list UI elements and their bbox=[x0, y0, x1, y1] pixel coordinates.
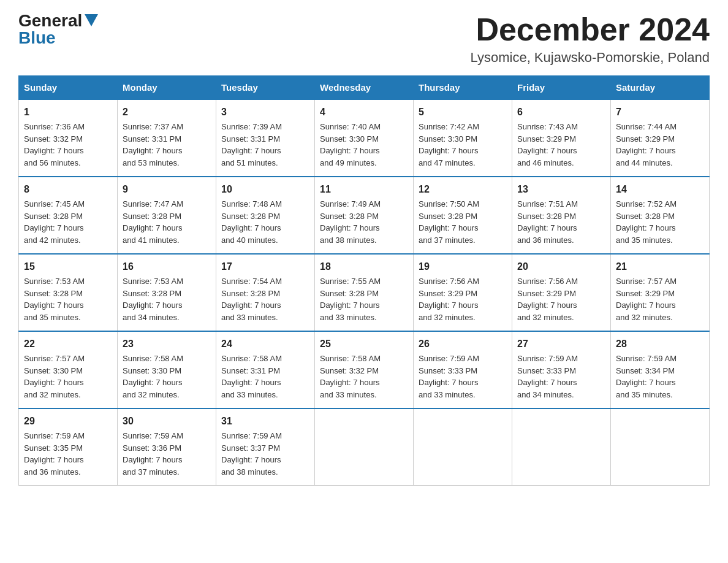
day-info: Sunrise: 7:43 AMSunset: 3:29 PMDaylight:… bbox=[517, 122, 578, 167]
calendar-cell: 25 Sunrise: 7:58 AMSunset: 3:32 PMDaylig… bbox=[315, 331, 414, 408]
day-number: 21 bbox=[616, 259, 704, 274]
day-info: Sunrise: 7:42 AMSunset: 3:30 PMDaylight:… bbox=[419, 122, 479, 167]
calendar-cell: 29 Sunrise: 7:59 AMSunset: 3:35 PMDaylig… bbox=[19, 408, 118, 486]
day-info: Sunrise: 7:56 AMSunset: 3:29 PMDaylight:… bbox=[419, 277, 479, 322]
calendar-cell: 18 Sunrise: 7:55 AMSunset: 3:28 PMDaylig… bbox=[315, 254, 414, 331]
calendar-cell: 31 Sunrise: 7:59 AMSunset: 3:37 PMDaylig… bbox=[216, 408, 315, 486]
day-number: 10 bbox=[221, 182, 309, 197]
day-number: 12 bbox=[419, 182, 507, 197]
day-number: 25 bbox=[320, 337, 408, 351]
day-info: Sunrise: 7:45 AMSunset: 3:28 PMDaylight:… bbox=[24, 199, 85, 245]
calendar-cell bbox=[512, 408, 611, 486]
day-number: 31 bbox=[221, 414, 309, 429]
col-sunday: Sunday bbox=[19, 76, 118, 100]
header-row: Sunday Monday Tuesday Wednesday Thursday… bbox=[19, 76, 710, 100]
day-number: 1 bbox=[24, 105, 112, 120]
week-row-4: 22 Sunrise: 7:57 AMSunset: 3:30 PMDaylig… bbox=[19, 331, 710, 408]
day-number: 19 bbox=[419, 259, 507, 274]
day-number: 16 bbox=[123, 259, 211, 274]
calendar-cell: 8 Sunrise: 7:45 AMSunset: 3:28 PMDayligh… bbox=[19, 177, 118, 254]
day-number: 8 bbox=[24, 182, 112, 197]
day-info: Sunrise: 7:52 AMSunset: 3:28 PMDaylight:… bbox=[616, 199, 677, 245]
calendar-cell: 4 Sunrise: 7:40 AMSunset: 3:30 PMDayligh… bbox=[315, 99, 414, 177]
calendar-cell: 12 Sunrise: 7:50 AMSunset: 3:28 PMDaylig… bbox=[414, 177, 512, 254]
day-info: Sunrise: 7:39 AMSunset: 3:31 PMDaylight:… bbox=[221, 122, 282, 167]
day-info: Sunrise: 7:44 AMSunset: 3:29 PMDaylight:… bbox=[616, 122, 677, 167]
day-number: 3 bbox=[221, 105, 309, 120]
calendar-cell: 17 Sunrise: 7:54 AMSunset: 3:28 PMDaylig… bbox=[216, 254, 315, 331]
calendar-cell: 20 Sunrise: 7:56 AMSunset: 3:29 PMDaylig… bbox=[512, 254, 611, 331]
day-number: 18 bbox=[320, 259, 408, 274]
calendar-cell: 24 Sunrise: 7:58 AMSunset: 3:31 PMDaylig… bbox=[216, 331, 315, 408]
day-number: 28 bbox=[616, 337, 704, 351]
calendar-cell: 1 Sunrise: 7:36 AMSunset: 3:32 PMDayligh… bbox=[19, 99, 118, 177]
logo-blue-text: Blue bbox=[18, 29, 56, 47]
day-number: 14 bbox=[616, 182, 704, 197]
day-info: Sunrise: 7:47 AMSunset: 3:28 PMDaylight:… bbox=[123, 199, 183, 245]
day-number: 15 bbox=[24, 259, 112, 274]
day-info: Sunrise: 7:50 AMSunset: 3:28 PMDaylight:… bbox=[419, 199, 479, 245]
calendar-cell: 9 Sunrise: 7:47 AMSunset: 3:28 PMDayligh… bbox=[118, 177, 216, 254]
day-number: 17 bbox=[221, 259, 309, 274]
day-info: Sunrise: 7:59 AMSunset: 3:34 PMDaylight:… bbox=[616, 354, 677, 399]
day-info: Sunrise: 7:55 AMSunset: 3:28 PMDaylight:… bbox=[320, 277, 381, 322]
week-row-2: 8 Sunrise: 7:45 AMSunset: 3:28 PMDayligh… bbox=[19, 177, 710, 254]
day-info: Sunrise: 7:53 AMSunset: 3:28 PMDaylight:… bbox=[123, 277, 183, 322]
day-info: Sunrise: 7:56 AMSunset: 3:29 PMDaylight:… bbox=[517, 277, 578, 322]
calendar-cell: 5 Sunrise: 7:42 AMSunset: 3:30 PMDayligh… bbox=[414, 99, 512, 177]
day-info: Sunrise: 7:57 AMSunset: 3:30 PMDaylight:… bbox=[24, 354, 85, 399]
col-saturday: Saturday bbox=[611, 76, 710, 100]
day-number: 13 bbox=[517, 182, 605, 197]
day-info: Sunrise: 7:40 AMSunset: 3:30 PMDaylight:… bbox=[320, 122, 381, 167]
week-row-3: 15 Sunrise: 7:53 AMSunset: 3:28 PMDaylig… bbox=[19, 254, 710, 331]
day-info: Sunrise: 7:49 AMSunset: 3:28 PMDaylight:… bbox=[320, 199, 381, 245]
logo: General Blue bbox=[18, 12, 98, 47]
calendar-table: Sunday Monday Tuesday Wednesday Thursday… bbox=[18, 75, 710, 486]
day-info: Sunrise: 7:51 AMSunset: 3:28 PMDaylight:… bbox=[517, 199, 578, 245]
day-info: Sunrise: 7:48 AMSunset: 3:28 PMDaylight:… bbox=[221, 199, 282, 245]
calendar-cell bbox=[611, 408, 710, 486]
week-row-5: 29 Sunrise: 7:59 AMSunset: 3:35 PMDaylig… bbox=[19, 408, 710, 486]
calendar-cell: 7 Sunrise: 7:44 AMSunset: 3:29 PMDayligh… bbox=[611, 99, 710, 177]
day-number: 2 bbox=[123, 105, 211, 120]
col-friday: Friday bbox=[512, 76, 611, 100]
day-number: 5 bbox=[419, 105, 507, 120]
day-number: 6 bbox=[517, 105, 605, 120]
calendar-cell: 27 Sunrise: 7:59 AMSunset: 3:33 PMDaylig… bbox=[512, 331, 611, 408]
calendar-cell: 23 Sunrise: 7:58 AMSunset: 3:30 PMDaylig… bbox=[118, 331, 216, 408]
day-info: Sunrise: 7:36 AMSunset: 3:32 PMDaylight:… bbox=[24, 122, 85, 167]
day-number: 9 bbox=[123, 182, 211, 197]
calendar-body: 1 Sunrise: 7:36 AMSunset: 3:32 PMDayligh… bbox=[19, 99, 710, 486]
day-number: 22 bbox=[24, 337, 112, 351]
day-info: Sunrise: 7:59 AMSunset: 3:35 PMDaylight:… bbox=[24, 431, 85, 477]
logo-triangle-icon bbox=[85, 14, 98, 26]
svg-marker-0 bbox=[85, 14, 98, 26]
calendar-cell: 6 Sunrise: 7:43 AMSunset: 3:29 PMDayligh… bbox=[512, 99, 611, 177]
calendar-header: Sunday Monday Tuesday Wednesday Thursday… bbox=[19, 76, 710, 100]
day-info: Sunrise: 7:59 AMSunset: 3:33 PMDaylight:… bbox=[517, 354, 578, 399]
calendar-cell: 2 Sunrise: 7:37 AMSunset: 3:31 PMDayligh… bbox=[118, 99, 216, 177]
day-info: Sunrise: 7:37 AMSunset: 3:31 PMDaylight:… bbox=[123, 122, 183, 167]
col-wednesday: Wednesday bbox=[315, 76, 414, 100]
location-title: Lysomice, Kujawsko-Pomorskie, Poland bbox=[471, 50, 710, 66]
day-info: Sunrise: 7:57 AMSunset: 3:29 PMDaylight:… bbox=[616, 277, 677, 322]
calendar-cell: 28 Sunrise: 7:59 AMSunset: 3:34 PMDaylig… bbox=[611, 331, 710, 408]
calendar-cell: 22 Sunrise: 7:57 AMSunset: 3:30 PMDaylig… bbox=[19, 331, 118, 408]
day-info: Sunrise: 7:59 AMSunset: 3:37 PMDaylight:… bbox=[221, 431, 282, 477]
day-number: 11 bbox=[320, 182, 408, 197]
day-info: Sunrise: 7:53 AMSunset: 3:28 PMDaylight:… bbox=[24, 277, 85, 322]
week-row-1: 1 Sunrise: 7:36 AMSunset: 3:32 PMDayligh… bbox=[19, 99, 710, 177]
col-monday: Monday bbox=[118, 76, 216, 100]
calendar-cell: 15 Sunrise: 7:53 AMSunset: 3:28 PMDaylig… bbox=[19, 254, 118, 331]
day-number: 7 bbox=[616, 105, 704, 120]
calendar-cell: 3 Sunrise: 7:39 AMSunset: 3:31 PMDayligh… bbox=[216, 99, 315, 177]
title-block: December 2024 Lysomice, Kujawsko-Pomorsk… bbox=[471, 12, 710, 66]
col-tuesday: Tuesday bbox=[216, 76, 315, 100]
calendar-cell: 13 Sunrise: 7:51 AMSunset: 3:28 PMDaylig… bbox=[512, 177, 611, 254]
day-number: 20 bbox=[517, 259, 605, 274]
day-info: Sunrise: 7:58 AMSunset: 3:32 PMDaylight:… bbox=[320, 354, 381, 399]
day-number: 29 bbox=[24, 414, 112, 429]
calendar-cell: 10 Sunrise: 7:48 AMSunset: 3:28 PMDaylig… bbox=[216, 177, 315, 254]
day-number: 27 bbox=[517, 337, 605, 351]
logo-general-text: General bbox=[18, 12, 82, 29]
